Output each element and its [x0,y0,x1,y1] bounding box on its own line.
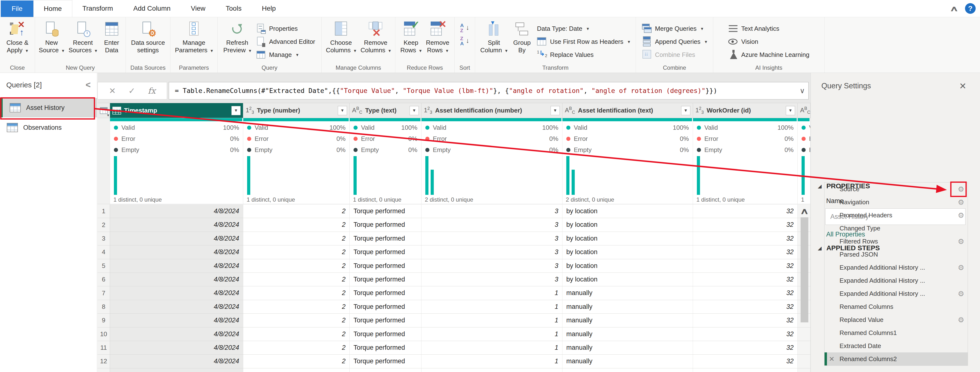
applied-step-parsed-json[interactable]: Parsed JSON [824,248,968,261]
cell[interactable]: 2 [243,232,350,245]
cell[interactable]: Torque performed [350,218,422,232]
cell[interactable]: 2 [243,204,350,218]
cell[interactable]: Torque performed [350,246,422,259]
cell[interactable]: manually [562,314,693,327]
refresh-preview-button[interactable]: RefreshPreview ▾ [222,21,253,56]
use-first-row-as-headers-button[interactable]: Use First Row as Headers▾ [535,35,632,48]
applied-step-changed-type[interactable]: Changed Type [824,222,968,235]
group-by-button[interactable]: GroupBy [511,21,534,55]
cell[interactable]: manually [562,300,693,313]
applied-step-renamed-columns2[interactable]: ✕ Renamed Columns2 [824,353,968,366]
applied-step-promoted-headers[interactable]: Promoted Headers ⚙ [824,209,968,222]
row-number[interactable]: 11 [97,341,110,354]
row-number[interactable]: 13 [97,368,110,372]
data-source-settings-button[interactable]: ⚙ Data sourcesettings [130,21,166,55]
cell[interactable]: 3 [422,218,562,232]
cell[interactable]: Torque performed [350,327,422,341]
filter-dropdown-icon[interactable]: ▼ [681,106,690,115]
vision-button[interactable]: Vision [726,35,811,48]
text-analytics-button[interactable]: Text Analytics [726,22,811,35]
cell[interactable]: Torque performed [350,232,422,245]
cell[interactable]: 2 [243,259,350,273]
filter-dropdown-icon[interactable]: ▼ [550,106,560,115]
cell[interactable]: manually [562,286,693,300]
cell[interactable]: manually [562,327,693,341]
column-header-type-number[interactable]: 123Type (number) ▼ [243,103,350,118]
cell[interactable]: 1 [422,354,562,368]
row-number[interactable]: 12 [97,354,110,368]
delete-step-icon[interactable]: ✕ [829,355,834,363]
manage-parameters-button[interactable]: ManageParameters ▾ [173,21,214,56]
gear-icon[interactable]: ⚙ [958,263,964,272]
close-settings-icon[interactable]: ✕ [959,81,966,91]
formula-expand-icon[interactable]: ∨ [800,82,805,99]
applied-step-renamed-columns1[interactable]: Renamed Columns1 [824,326,968,339]
recent-sources-button[interactable]: RecentSources ▾ [67,21,99,56]
cell[interactable]: 2 [243,218,350,232]
cell[interactable]: 32 [693,232,798,245]
cell[interactable]: 1 [422,327,562,341]
cell[interactable]: 32 [693,327,798,341]
applied-step-expanded-additional-history[interactable]: Expanded Additional History ... ⚙ [824,287,968,300]
cell[interactable]: 32 [693,204,798,218]
properties-button[interactable]: Properties [254,22,317,35]
cell[interactable]: Torque performed [350,259,422,273]
cell[interactable]: 32 [693,259,798,273]
collapse-ribbon-icon[interactable]: ∧ [950,4,958,13]
cell[interactable]: 3 [422,246,562,259]
gear-icon[interactable]: ⚙ [958,198,964,206]
menu-tab-tools[interactable]: Tools [216,0,252,17]
gear-icon[interactable]: ⚙ [958,211,964,220]
cell[interactable]: by location [562,218,693,232]
column-header-type-text[interactable]: ABCType (text) ▼ [350,103,422,118]
manage-button[interactable]: Manage▾ [254,48,317,61]
row-number[interactable]: 7 [97,286,110,300]
sort-az-button[interactable]: AZ↓ [458,22,472,35]
cell[interactable]: by location [562,232,693,245]
row-number[interactable]: 10 [97,327,110,341]
cell[interactable]: Torque performed [350,368,422,372]
cell[interactable]: 32 [693,354,798,368]
close-apply-button[interactable]: ✕↑ Close &Apply ▾ [5,21,30,56]
cell[interactable]: 4/8/2024 [110,286,243,300]
cell[interactable]: 2 [243,327,350,341]
filter-dropdown-icon[interactable]: ▼ [231,106,240,115]
new-source-button[interactable]: NewSource ▾ [37,21,65,56]
cell[interactable]: by location [562,273,693,286]
applied-step-renamed-columns[interactable]: Renamed Columns [824,300,968,313]
column-header-workorder-id[interactable]: 123WorkOrder (id) ▼ [693,103,798,118]
select-all-corner[interactable]: ▾ [97,103,110,118]
cell[interactable]: 4/8/2024 [110,354,243,368]
applied-step-expanded-additional-history[interactable]: Expanded Additional History ... [824,274,968,287]
cell[interactable]: Torque performed [350,286,422,300]
cell[interactable]: 4/8/2024 [110,368,243,372]
column-header-timestamp[interactable]: Timestamp ▼ [110,103,243,118]
menu-tab-help[interactable]: Help [252,0,286,17]
cell[interactable]: 32 [693,341,798,354]
cell[interactable]: 32 [693,300,798,313]
menu-tab-add-column[interactable]: Add Column [123,0,181,17]
cell[interactable]: 4/8/2024 [110,204,243,218]
filter-dropdown-icon[interactable]: ▼ [338,106,347,115]
cell[interactable]: by location [562,246,693,259]
cell[interactable]: 2 [243,286,350,300]
cell[interactable]: 2 [243,354,350,368]
remove-columns-button[interactable]: ✕ RemoveColumns ▾ [359,21,392,56]
row-number[interactable]: 8 [97,300,110,313]
cell[interactable]: 4/8/2024 [110,232,243,245]
menu-tab-view[interactable]: View [181,0,215,17]
cell[interactable]: 32 [693,286,798,300]
applied-step-extracted-date[interactable]: Extracted Date [824,339,968,353]
filter-dropdown-icon[interactable]: ▼ [786,106,795,115]
row-number[interactable]: 2 [97,218,110,232]
combine-files-button[interactable]: Combine Files [640,48,709,61]
row-number[interactable]: 6 [97,273,110,286]
cell[interactable]: by location [562,259,693,273]
filter-dropdown-icon[interactable]: ▼ [410,106,419,115]
applied-step-filtered-rows[interactable]: Filtered Rows ⚙ [824,235,968,248]
menu-tab-transform[interactable]: Transform [72,0,123,17]
cell[interactable]: 32 [693,368,798,372]
cell[interactable]: 2 [243,341,350,354]
enter-data-button[interactable]: EnterData [100,21,123,55]
cell[interactable]: 3 [422,204,562,218]
